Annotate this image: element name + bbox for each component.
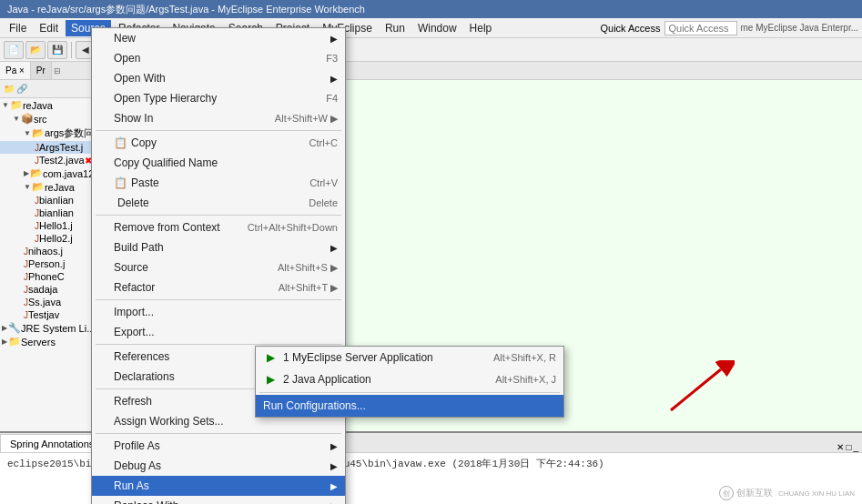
quick-access-input[interactable]	[664, 21, 737, 35]
ctx-source[interactable]: Source Alt+Shift+S ▶	[92, 257, 345, 277]
ctx-shortcut: Alt+Shift+W ▶	[275, 113, 338, 125]
ctx-open-type[interactable]: Open Type Hierarchy F4	[92, 88, 345, 108]
tree-arrow: ▶	[24, 169, 29, 177]
submenu-label: 1 MyEclipse Server Application	[283, 351, 433, 364]
ctx-label: Source	[114, 261, 148, 274]
ctx-copy[interactable]: 📋Copy Ctrl+C	[92, 133, 345, 153]
tree-label: Testjav	[28, 309, 59, 320]
ctx-label: Refactor	[114, 281, 155, 294]
ctx-label: New	[114, 32, 136, 45]
maximize-panel-icon[interactable]: □	[846, 442, 851, 452]
ctx-label: Copy	[131, 136, 157, 149]
me-logo: me MyEclipse Java Enterpr...	[741, 23, 859, 33]
ctx-import[interactable]: Import...	[92, 302, 345, 322]
ctx-show-in[interactable]: Show In Alt+Shift+W ▶	[92, 108, 345, 128]
tree-arrow: ▶	[2, 338, 7, 346]
bottom-tab-label: Spring Annotations	[10, 438, 94, 449]
ctx-shortcut: Alt+Shift+T ▶	[279, 282, 338, 294]
submenu-item-java-app[interactable]: ▶ 2 Java Application Alt+Shift+X, J	[256, 368, 563, 390]
toolbar-open[interactable]: 📂	[25, 41, 46, 59]
ctx-replace-with[interactable]: Replace With ▶	[92, 496, 345, 504]
ctx-open-with[interactable]: Open With ▶	[92, 68, 345, 88]
ctx-paste[interactable]: 📋Paste Ctrl+V	[92, 173, 345, 193]
title-text: Java - reJava/src/args参数问题/ArgsTest.java…	[7, 3, 365, 16]
ctx-shortcut: Alt+Shift+S ▶	[278, 262, 338, 274]
submenu-arrow: ▶	[330, 461, 338, 471]
ctx-remove-context[interactable]: Remove from Context Ctrl+Alt+Shift+Down	[92, 217, 345, 237]
sidebar-minimize[interactable]: ⊟	[54, 66, 61, 76]
run-icon: ▶	[263, 372, 278, 387]
ctx-label: References	[114, 350, 169, 363]
ctx-shortcut: Delete	[309, 197, 338, 208]
submenu-sep	[259, 392, 560, 393]
menu-file[interactable]: File	[4, 20, 32, 36]
tree-label: ArgsTest.j	[39, 142, 83, 153]
ctx-profile-as[interactable]: Profile As ▶	[92, 436, 345, 456]
ctx-label: Build Path	[114, 241, 164, 254]
ctx-refactor[interactable]: Refactor Alt+Shift+T ▶	[92, 277, 345, 297]
ctx-open[interactable]: Open F3	[92, 48, 345, 68]
ctx-run-as[interactable]: Run As ▶	[92, 476, 345, 496]
ctx-delete[interactable]: Delete Delete	[92, 193, 345, 213]
submenu-arrow: ▶	[330, 243, 338, 253]
quick-access-label: Quick Access	[600, 23, 660, 34]
tree-label: PhoneC	[28, 271, 65, 282]
menu-run[interactable]: Run	[380, 20, 411, 36]
minimize-panel-icon[interactable]: _	[853, 442, 858, 452]
ctx-label: Show In	[114, 112, 153, 125]
sidebar-toolbar-icon1[interactable]: 📁	[4, 84, 15, 94]
toolbar-new[interactable]: 📄	[4, 41, 24, 59]
bottom-tab-spring[interactable]: Spring Annotations	[0, 434, 104, 452]
tree-label: Ss.java	[28, 297, 61, 307]
tree-label: nihaos.j	[28, 246, 63, 257]
tree-label: Hello1.j	[39, 220, 73, 231]
ctx-export[interactable]: Export...	[92, 322, 345, 342]
ctx-copy-qualified[interactable]: Copy Qualified Name	[92, 153, 345, 173]
menu-window[interactable]: Window	[412, 20, 462, 36]
submenu-arrow: ▶	[330, 441, 338, 451]
ctx-label: Copy Qualified Name	[114, 156, 218, 169]
ctx-new[interactable]: New ▶	[92, 28, 345, 48]
sidebar-toolbar-icon2[interactable]: 🔗	[16, 84, 27, 94]
ctx-label: Open With	[114, 72, 166, 85]
jre-icon: 🔧	[8, 322, 21, 334]
tree-label: Servers	[21, 337, 56, 348]
ctx-label: Profile As	[114, 439, 160, 452]
tree-label: JRE System Li...	[21, 323, 95, 334]
ctx-sep4	[96, 344, 341, 345]
ctx-label: Delete	[117, 197, 149, 209]
ctx-label: Run As	[114, 479, 149, 492]
tree-arrow: ▶	[2, 324, 7, 332]
toolbar-sep1	[71, 42, 72, 58]
watermark-cn: 创新互联	[736, 487, 773, 499]
watermark: 创 创新互联 CHUANG XIN HU LIAN	[719, 486, 855, 500]
ctx-sep2	[96, 215, 341, 216]
toolbar-save[interactable]: 💾	[47, 41, 67, 59]
close-panel-icon[interactable]: ✕	[837, 442, 844, 452]
ctx-label: Replace With	[114, 499, 178, 504]
submenu-arrow: ▶	[330, 74, 338, 84]
tree-label: sadaja	[28, 284, 57, 295]
ctx-sep1	[96, 130, 341, 131]
ctx-sep3	[96, 299, 341, 300]
ctx-build-path[interactable]: Build Path ▶	[92, 237, 345, 257]
red-arrow-svg	[662, 360, 735, 415]
svg-line-1	[671, 369, 721, 410]
submenu-arrow: ▶	[330, 34, 338, 44]
folder-icon: 📁	[10, 99, 23, 111]
ctx-label: Assign Working Sets...	[114, 415, 224, 428]
sidebar-tab-pr[interactable]: Pr	[31, 62, 52, 79]
submenu-item-run-configs[interactable]: Run Configurations...	[256, 395, 563, 417]
ctx-debug-as[interactable]: Debug As ▶	[92, 456, 345, 476]
submenu-item-myeclipse-server[interactable]: ▶ 1 MyEclipse Server Application Alt+Shi…	[256, 347, 563, 368]
title-bar: Java - reJava/src/args参数问题/ArgsTest.java…	[0, 0, 862, 18]
sidebar-tab-pa[interactable]: Pa ×	[0, 62, 31, 79]
ctx-label: Remove from Context	[114, 221, 220, 234]
run-as-submenu: ▶ 1 MyEclipse Server Application Alt+Shi…	[255, 346, 564, 418]
tree-label: bianlian	[39, 207, 74, 218]
menu-edit[interactable]: Edit	[34, 20, 64, 36]
ctx-icon: 📋	[114, 176, 127, 189]
ctx-icon: 📋	[114, 136, 127, 149]
menu-help[interactable]: Help	[464, 20, 498, 36]
ctx-label: Import...	[114, 306, 154, 318]
